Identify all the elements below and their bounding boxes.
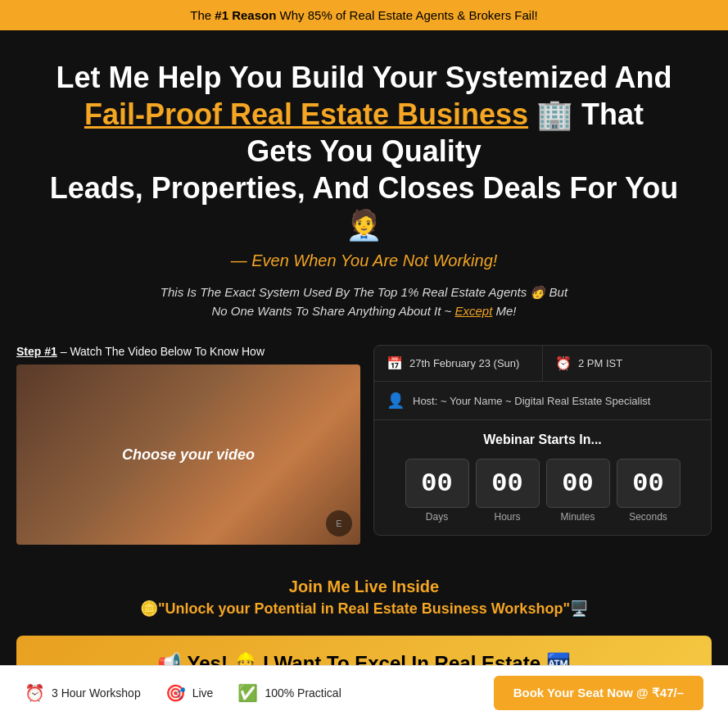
book-seat-button[interactable]: Book Your Seat Now @ ₹47/– xyxy=(494,676,703,710)
countdown-hours-value: 00 xyxy=(476,459,540,508)
top-banner: The #1 Reason Why 85% of Real Estate Age… xyxy=(0,0,728,30)
countdown-days-label: Days xyxy=(426,511,448,523)
countdown-days: 00 Days xyxy=(405,459,469,523)
countdown-days-value: 00 xyxy=(405,459,469,508)
countdown-minutes-label: Minutes xyxy=(560,511,595,523)
countdown-minutes: 00 Minutes xyxy=(546,459,610,523)
feature-live-text: Live xyxy=(192,686,214,700)
step-number: Step #1 xyxy=(16,345,57,358)
webinar-panel: 📅 27th February 23 (Sun) ⏰ 2 PM IST 👤 Ho… xyxy=(373,345,712,536)
feature-practical-text: 100% Practical xyxy=(265,686,341,700)
calendar-icon: 📅 xyxy=(387,355,403,371)
webinar-host-text: Host: ~ Your Name ~ Digital Real Estate … xyxy=(413,395,650,407)
webinar-date: 📅 27th February 23 (Sun) xyxy=(374,346,543,381)
check-feature-icon: ✅ xyxy=(237,683,258,703)
webinar-host: 👤 Host: ~ Your Name ~ Digital Real Estat… xyxy=(374,382,711,420)
countdown-hours: 00 Hours xyxy=(476,459,540,523)
hero-headline: Let Me Help You Build Your Systemized An… xyxy=(49,59,679,243)
step-label: Step #1 – Watch The Video Below To Know … xyxy=(16,345,360,358)
workshop-title: Join Me Live Inside xyxy=(33,577,695,596)
workshop-section: Join Me Live Inside 🪙"Unlock your Potent… xyxy=(0,561,728,626)
elementor-badge: E xyxy=(326,510,352,537)
step-webinar-row: Step #1 – Watch The Video Below To Know … xyxy=(0,337,728,561)
countdown-seconds-label: Seconds xyxy=(629,511,667,523)
countdown-boxes: 00 Days 00 Hours 00 Minutes 00 Seconds xyxy=(387,459,699,523)
hero-system-text: This Is The Exact System Used By The Top… xyxy=(49,283,679,320)
feature-live: 🎯 Live xyxy=(165,683,214,703)
bottom-bar: ⏰ 3 Hour Workshop 🎯 Live ✅ 100% Practica… xyxy=(0,665,728,720)
feature-hours: ⏰ 3 Hour Workshop xyxy=(25,683,141,703)
hero-section: Let Me Help You Build Your Systemized An… xyxy=(0,30,728,337)
clock-icon: ⏰ xyxy=(555,355,572,371)
webinar-date-text: 27th February 23 (Sun) xyxy=(409,357,519,369)
clock-feature-icon: ⏰ xyxy=(25,683,45,703)
webinar-top-row: 📅 27th February 23 (Sun) ⏰ 2 PM IST xyxy=(374,346,711,382)
live-feature-icon: 🎯 xyxy=(165,683,186,703)
feature-hours-text: 3 Hour Workshop xyxy=(52,686,141,700)
hero-headline-underline: Fail-Proof Real Estate Business xyxy=(84,97,528,131)
countdown-seconds: 00 Seconds xyxy=(617,459,681,523)
video-thumbnail[interactable]: Choose your video E xyxy=(16,365,360,545)
person-icon: 👤 xyxy=(387,392,405,410)
countdown-seconds-value: 00 xyxy=(617,459,681,508)
banner-text: The #1 Reason Why 85% of Real Estate Age… xyxy=(190,8,537,22)
hero-subtitle: — Even When You Are Not Working! xyxy=(49,251,679,270)
hero-except: Except xyxy=(454,304,492,318)
video-placeholder-text: Choose your video xyxy=(122,446,255,464)
webinar-time: ⏰ 2 PM IST xyxy=(543,346,711,381)
video-container: Step #1 – Watch The Video Below To Know … xyxy=(16,345,360,545)
feature-practical: ✅ 100% Practical xyxy=(237,683,341,703)
webinar-time-text: 2 PM IST xyxy=(578,357,622,369)
webinar-countdown: Webinar Starts In... 00 Days 00 Hours 00… xyxy=(374,420,711,535)
workshop-subtitle: 🪙"Unlock your Potential in Real Estate B… xyxy=(33,600,695,618)
countdown-hours-label: Hours xyxy=(494,511,520,523)
webinar-starts-label: Webinar Starts In... xyxy=(387,432,699,447)
countdown-minutes-value: 00 xyxy=(546,459,610,508)
